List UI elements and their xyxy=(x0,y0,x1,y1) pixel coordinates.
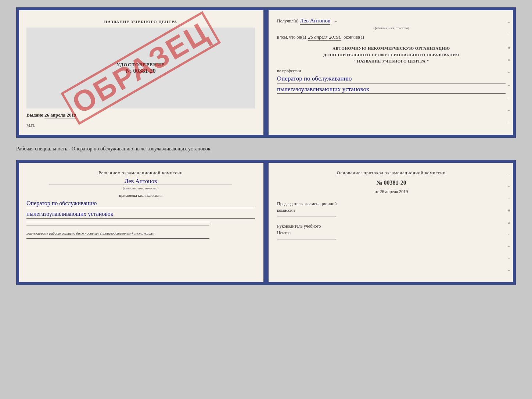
deco-1: – xyxy=(508,21,510,24)
top-left-panel: НАЗВАНИЕ УЧЕБНОГО ЦЕНТРА ОБРАЗЕЦ УДОСТОВ… xyxy=(19,10,266,135)
blank-line-2 xyxy=(26,225,209,225)
bottom-right-panel: Основание: протокол экзаменационной коми… xyxy=(266,163,513,282)
vtom-line: в том, что он(а) 26 апреля 2019г. окончи… xyxy=(277,34,506,41)
vydano-label: Выдано xyxy=(26,112,43,118)
deco-5: ← xyxy=(507,71,511,74)
resheniem-label: Решением экзаменационной комиссии xyxy=(26,170,255,176)
deco-2: – xyxy=(508,33,510,37)
deco-8: – xyxy=(508,108,510,112)
ot-date-line: от 26 апреля 2019 xyxy=(277,189,506,195)
deco-4: а xyxy=(508,58,510,62)
right-edge-decoration: – – и а ← – – – – xyxy=(505,10,513,135)
deco-9: – xyxy=(508,121,510,125)
rukovoditel-line1: Руководитель учебного xyxy=(277,223,506,229)
predsedatel-line2: комиссии xyxy=(277,207,506,214)
rukovoditel-sig-line xyxy=(277,239,336,239)
qualification-line2: пылегазоулавливающих установок xyxy=(26,210,255,219)
bottom-document: Решением экзаменационной комиссии Лев Ан… xyxy=(16,160,516,285)
separator-text: Рабочая специальность - Оператор по обсл… xyxy=(16,144,516,154)
b-deco-4: и xyxy=(508,209,510,212)
vtom-date: 26 апреля 2019г. xyxy=(308,34,341,41)
poluchil-prefix: Получил(а) xyxy=(277,18,298,24)
profession-line2: пылегазоулавливающих установок xyxy=(277,85,506,94)
b-deco-3: – xyxy=(508,197,510,200)
deco-6: – xyxy=(508,83,510,87)
rukovoditel-line2: Центра xyxy=(277,229,506,236)
poluchil-line: Получил(а) Лев Антонов – xyxy=(277,18,506,25)
fio-sublabel: (фамилия, имя, отчество) xyxy=(277,26,506,30)
predsedatel-line1: Председатель экзаменационной xyxy=(277,200,506,207)
b-deco-8: – xyxy=(508,257,510,260)
vydano-date: 26 апреля 2019 xyxy=(44,112,76,118)
b-deco-9: – xyxy=(508,268,510,272)
deco-7: – xyxy=(508,96,510,100)
predsedatel-sig-line xyxy=(277,217,336,217)
profession-line1: Оператор по обслуживанию xyxy=(277,74,506,83)
bottom-left-panel: Решением экзаменационной комиссии Лев Ан… xyxy=(19,163,266,282)
org-block: АВТОНОМНУЮ НЕКОММЕРЧЕСКУЮ ОРГАНИЗАЦИЮ ДО… xyxy=(277,45,506,65)
po-professii-label: по профессии xyxy=(277,68,506,73)
cert-watermark-area: ОБРАЗЕЦ УДОСТОВЕРЕНИЕ № 00381-20 xyxy=(26,28,255,108)
mp-label: М.П. xyxy=(26,123,255,128)
protocol-number: № 00381-20 xyxy=(277,179,506,186)
blank-line-1 xyxy=(26,222,209,222)
org-line2: ДОПОЛНИТЕЛЬНОГО ПРОФЕССИОНАЛЬНОГО ОБРАЗО… xyxy=(277,52,506,58)
vydano-line: Выдано 26 апреля 2019 xyxy=(26,112,255,118)
ot-prefix: от xyxy=(375,189,379,194)
b-deco-5: а xyxy=(508,221,510,224)
prisvoena-label: присвоена квалификация xyxy=(26,193,255,197)
bottom-right-edge-decoration: – – – и а ← – – – xyxy=(505,163,513,282)
bottom-fio: Лев Антонов xyxy=(49,178,232,185)
b-deco-2: – xyxy=(508,185,510,188)
bottom-fio-sub: (фамилия, имя, отчество) xyxy=(26,186,255,190)
b-deco-6: ← xyxy=(507,233,511,236)
blank-line-3 xyxy=(26,238,209,239)
dopusk-italic: работе согласно должностным (производств… xyxy=(49,231,154,235)
osnovanie-label: Основание: протокол экзаменационной коми… xyxy=(277,170,506,176)
b-deco-7: – xyxy=(508,245,510,248)
dopusk-prefix: допускается к xyxy=(26,231,48,235)
deco-3: и xyxy=(508,46,510,49)
predsedatel-block: Председатель экзаменационной комиссии xyxy=(277,200,506,217)
top-right-panel: Получил(а) Лев Антонов – (фамилия, имя, … xyxy=(266,10,513,135)
org-line3: " НАЗВАНИЕ УЧЕБНОГО ЦЕНТРА " xyxy=(277,58,506,65)
cert-title: НАЗВАНИЕ УЧЕБНОГО ЦЕНТРА xyxy=(26,19,255,24)
okochil-label: окончил(а) xyxy=(344,35,364,40)
ot-date: 26 апреля 2019 xyxy=(380,189,408,194)
recipient-fio: Лев Антонов xyxy=(300,18,330,25)
rukovoditel-block: Руководитель учебного Центра xyxy=(277,223,506,239)
b-deco-1: – xyxy=(508,173,510,177)
top-document: НАЗВАНИЕ УЧЕБНОГО ЦЕНТРА ОБРАЗЕЦ УДОСТОВ… xyxy=(16,7,516,138)
vtom-prefix: в том, что он(а) xyxy=(277,35,306,40)
qualification-line1: Оператор по обслуживанию xyxy=(26,199,255,208)
dopuskaetsya-block: допускается к работе согласно должностны… xyxy=(26,231,255,235)
org-line1: АВТОНОМНУЮ НЕКОММЕРЧЕСКУЮ ОРГАНИЗАЦИЮ xyxy=(277,45,506,52)
